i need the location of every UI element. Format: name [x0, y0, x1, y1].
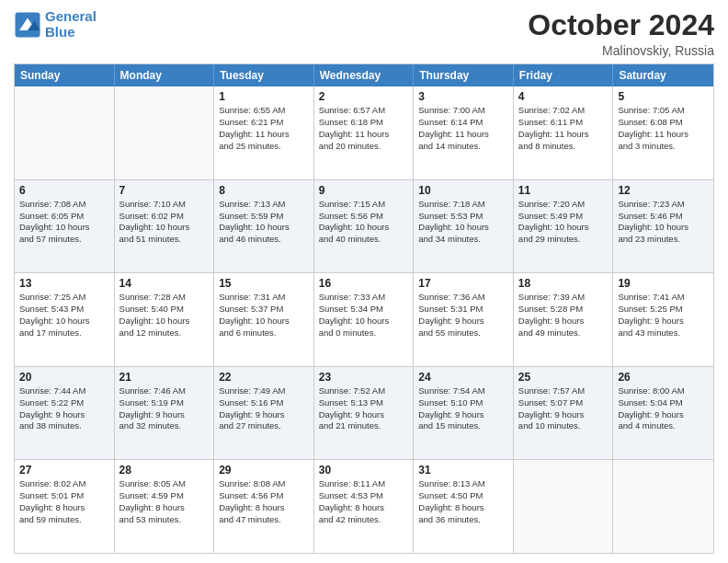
- day-detail: Sunrise: 7:00 AM Sunset: 6:14 PM Dayligh…: [418, 105, 508, 152]
- weekday-header-friday: Friday: [514, 64, 614, 86]
- cal-cell-1-1: 7Sunrise: 7:10 AM Sunset: 6:02 PM Daylig…: [115, 180, 215, 273]
- weekday-header-thursday: Thursday: [414, 64, 514, 86]
- day-number: 16: [319, 277, 409, 290]
- cal-cell-2-1: 14Sunrise: 7:28 AM Sunset: 5:40 PM Dayli…: [115, 273, 215, 366]
- location: Malinovskiy, Russia: [528, 43, 714, 58]
- day-number: 6: [19, 184, 109, 197]
- page: General Blue October 2024 Malinovskiy, R…: [0, 0, 728, 563]
- cal-cell-1-3: 9Sunrise: 7:15 AM Sunset: 5:56 PM Daylig…: [314, 180, 415, 273]
- cal-cell-0-5: 4Sunrise: 7:02 AM Sunset: 6:11 PM Daylig…: [514, 86, 614, 179]
- cal-cell-3-5: 25Sunrise: 7:57 AM Sunset: 5:07 PM Dayli…: [514, 367, 614, 460]
- day-number: 19: [618, 277, 709, 290]
- day-number: 11: [518, 184, 609, 197]
- day-number: 7: [119, 184, 210, 197]
- day-number: 8: [219, 184, 309, 197]
- weekday-header-tuesday: Tuesday: [214, 64, 314, 86]
- day-detail: Sunrise: 7:20 AM Sunset: 5:49 PM Dayligh…: [518, 199, 609, 246]
- cal-cell-4-0: 27Sunrise: 8:02 AM Sunset: 5:01 PM Dayli…: [15, 460, 115, 553]
- day-detail: Sunrise: 8:02 AM Sunset: 5:01 PM Dayligh…: [19, 478, 109, 525]
- day-number: 25: [518, 371, 609, 384]
- logo-line1: General: [45, 8, 97, 24]
- cal-cell-4-6: [613, 460, 713, 553]
- day-number: 13: [19, 277, 109, 290]
- cal-cell-4-2: 29Sunrise: 8:08 AM Sunset: 4:56 PM Dayli…: [214, 460, 314, 553]
- calendar-row-1: 6Sunrise: 7:08 AM Sunset: 6:05 PM Daylig…: [15, 179, 713, 273]
- weekday-header-wednesday: Wednesday: [314, 64, 415, 86]
- calendar-row-3: 20Sunrise: 7:44 AM Sunset: 5:22 PM Dayli…: [15, 366, 713, 460]
- calendar-row-2: 13Sunrise: 7:25 AM Sunset: 5:43 PM Dayli…: [15, 272, 713, 366]
- day-detail: Sunrise: 7:15 AM Sunset: 5:56 PM Dayligh…: [319, 199, 409, 246]
- day-detail: Sunrise: 7:05 AM Sunset: 6:08 PM Dayligh…: [618, 105, 709, 152]
- day-detail: Sunrise: 8:13 AM Sunset: 4:50 PM Dayligh…: [418, 478, 508, 525]
- calendar-header: SundayMondayTuesdayWednesdayThursdayFrid…: [15, 64, 713, 86]
- day-number: 26: [618, 371, 709, 384]
- day-number: 23: [319, 371, 409, 384]
- day-detail: Sunrise: 7:54 AM Sunset: 5:10 PM Dayligh…: [418, 385, 508, 432]
- cal-cell-4-3: 30Sunrise: 8:11 AM Sunset: 4:53 PM Dayli…: [314, 460, 415, 553]
- day-number: 3: [418, 90, 508, 103]
- cal-cell-0-6: 5Sunrise: 7:05 AM Sunset: 6:08 PM Daylig…: [613, 86, 713, 179]
- day-number: 15: [219, 277, 309, 290]
- cal-cell-2-0: 13Sunrise: 7:25 AM Sunset: 5:43 PM Dayli…: [15, 273, 115, 366]
- logo: General Blue: [14, 9, 97, 40]
- cal-cell-1-6: 12Sunrise: 7:23 AM Sunset: 5:46 PM Dayli…: [613, 180, 713, 273]
- logo-text: General Blue: [45, 9, 97, 40]
- cal-cell-1-5: 11Sunrise: 7:20 AM Sunset: 5:49 PM Dayli…: [514, 180, 614, 273]
- day-detail: Sunrise: 7:10 AM Sunset: 6:02 PM Dayligh…: [119, 199, 210, 246]
- cal-cell-0-1: [115, 86, 215, 179]
- day-number: 30: [319, 464, 409, 477]
- weekday-header-saturday: Saturday: [613, 64, 713, 86]
- day-detail: Sunrise: 7:33 AM Sunset: 5:34 PM Dayligh…: [319, 292, 409, 339]
- day-detail: Sunrise: 7:39 AM Sunset: 5:28 PM Dayligh…: [518, 292, 609, 339]
- cal-cell-3-0: 20Sunrise: 7:44 AM Sunset: 5:22 PM Dayli…: [15, 367, 115, 460]
- day-detail: Sunrise: 7:41 AM Sunset: 5:25 PM Dayligh…: [618, 292, 709, 339]
- cal-cell-2-3: 16Sunrise: 7:33 AM Sunset: 5:34 PM Dayli…: [314, 273, 415, 366]
- day-number: 4: [518, 90, 609, 103]
- cal-cell-0-0: [15, 86, 115, 179]
- cal-cell-4-4: 31Sunrise: 8:13 AM Sunset: 4:50 PM Dayli…: [414, 460, 514, 553]
- day-number: 20: [19, 371, 109, 384]
- day-number: 5: [618, 90, 709, 103]
- day-detail: Sunrise: 7:44 AM Sunset: 5:22 PM Dayligh…: [19, 385, 109, 432]
- cal-cell-2-4: 17Sunrise: 7:36 AM Sunset: 5:31 PM Dayli…: [414, 273, 514, 366]
- day-detail: Sunrise: 7:25 AM Sunset: 5:43 PM Dayligh…: [19, 292, 109, 339]
- cal-cell-2-2: 15Sunrise: 7:31 AM Sunset: 5:37 PM Dayli…: [214, 273, 314, 366]
- cal-cell-3-3: 23Sunrise: 7:52 AM Sunset: 5:13 PM Dayli…: [314, 367, 415, 460]
- day-number: 21: [119, 371, 210, 384]
- weekday-header-monday: Monday: [115, 64, 215, 86]
- day-number: 1: [219, 90, 309, 103]
- day-number: 10: [418, 184, 508, 197]
- day-number: 17: [418, 277, 508, 290]
- day-detail: Sunrise: 7:13 AM Sunset: 5:59 PM Dayligh…: [219, 199, 309, 246]
- day-detail: Sunrise: 7:28 AM Sunset: 5:40 PM Dayligh…: [119, 292, 210, 339]
- day-detail: Sunrise: 7:02 AM Sunset: 6:11 PM Dayligh…: [518, 105, 609, 152]
- day-detail: Sunrise: 7:57 AM Sunset: 5:07 PM Dayligh…: [518, 385, 609, 432]
- calendar-row-4: 27Sunrise: 8:02 AM Sunset: 5:01 PM Dayli…: [15, 459, 713, 553]
- day-number: 9: [319, 184, 409, 197]
- weekday-header-sunday: Sunday: [15, 64, 115, 86]
- day-detail: Sunrise: 6:57 AM Sunset: 6:18 PM Dayligh…: [319, 105, 409, 152]
- day-detail: Sunrise: 7:36 AM Sunset: 5:31 PM Dayligh…: [418, 292, 508, 339]
- logo-line2: Blue: [45, 25, 97, 40]
- title-block: October 2024 Malinovskiy, Russia: [528, 9, 714, 58]
- day-detail: Sunrise: 7:18 AM Sunset: 5:53 PM Dayligh…: [418, 199, 508, 246]
- day-number: 12: [618, 184, 709, 197]
- day-number: 29: [219, 464, 309, 477]
- cal-cell-4-1: 28Sunrise: 8:05 AM Sunset: 4:59 PM Dayli…: [115, 460, 215, 553]
- day-number: 14: [119, 277, 210, 290]
- day-number: 18: [518, 277, 609, 290]
- cal-cell-2-5: 18Sunrise: 7:39 AM Sunset: 5:28 PM Dayli…: [514, 273, 614, 366]
- cal-cell-4-5: [514, 460, 614, 553]
- cal-cell-0-2: 1Sunrise: 6:55 AM Sunset: 6:21 PM Daylig…: [214, 86, 314, 179]
- calendar-row-0: 1Sunrise: 6:55 AM Sunset: 6:21 PM Daylig…: [15, 86, 713, 179]
- day-detail: Sunrise: 7:31 AM Sunset: 5:37 PM Dayligh…: [219, 292, 309, 339]
- calendar-body: 1Sunrise: 6:55 AM Sunset: 6:21 PM Daylig…: [15, 86, 713, 553]
- day-number: 28: [119, 464, 210, 477]
- cal-cell-3-4: 24Sunrise: 7:54 AM Sunset: 5:10 PM Dayli…: [414, 367, 514, 460]
- day-detail: Sunrise: 7:49 AM Sunset: 5:16 PM Dayligh…: [219, 385, 309, 432]
- day-detail: Sunrise: 7:46 AM Sunset: 5:19 PM Dayligh…: [119, 385, 210, 432]
- calendar: SundayMondayTuesdayWednesdayThursdayFrid…: [14, 63, 714, 554]
- cal-cell-0-4: 3Sunrise: 7:00 AM Sunset: 6:14 PM Daylig…: [414, 86, 514, 179]
- day-detail: Sunrise: 8:00 AM Sunset: 5:04 PM Dayligh…: [618, 385, 709, 432]
- day-number: 24: [418, 371, 508, 384]
